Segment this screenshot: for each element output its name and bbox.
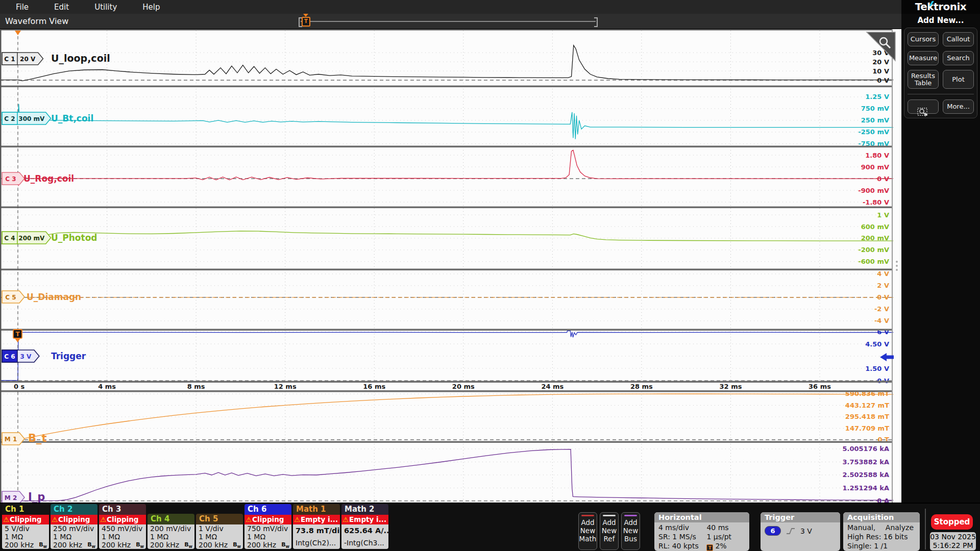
trigger-panel[interactable]: Trigger 6 3 V [761,512,840,551]
acquisition-single: Single: 1 /1 [847,541,916,550]
trace-name-M1[interactable]: B_t [28,432,47,444]
channel-badge-C2[interactable]: C 2300 mV [2,112,51,124]
pane-resize-handle[interactable] [896,261,898,263]
badge-title: Ch 1 [2,504,49,515]
badge-ch4[interactable]: Ch 4200 mV/div1 MΩ200 kHzBw [148,514,194,549]
badge-row: 450 mV/div [99,524,146,533]
badge-ch1[interactable]: Ch 1⚠Clipping5 V/div1 MΩ200 kHzBw [2,504,49,549]
acquisition-mode-row: Manual, Analyze [847,523,916,532]
channel-badge-C6[interactable]: C 63 V [2,350,39,362]
add-new-ref-button[interactable]: Add New Ref [600,512,619,550]
badge-title: Ch 3 [99,504,146,515]
badge-math1[interactable]: Math 1⚠Empty i...73.8 mT/divIntg(Ch2)... [293,504,340,549]
tick-label: 10 V [872,67,889,75]
badge-id-label: C 4 [4,235,15,242]
channel-badge-C1[interactable]: C 120 V [2,53,43,65]
tick-label: 1.251294 kA [843,484,890,492]
waveform-column: Waveform View T 30 V20 V10 V0 V1.25 V750… [0,14,901,503]
run-stop-status-badge[interactable]: Stopped [931,514,973,530]
badge-id-label: M 2 [5,494,17,502]
channel-badge-M1[interactable]: M 1 [2,433,24,445]
tick-label: 0 V [877,377,889,385]
trace-name-C6[interactable]: Trigger [51,351,86,361]
time-label: 4 ms [98,383,116,390]
channel-badge-C4[interactable]: C 4200 mV [2,232,51,244]
trace-name-C4[interactable]: U_Photod [51,233,97,243]
tick-label: 2 V [877,282,889,289]
badge-ch3[interactable]: Ch 3⚠Clipping450 mV/div1 MΩ200 kHzBw [99,504,146,549]
results-table-button[interactable]: Results Table [908,70,939,89]
datetime-display: 03 Nov 2025 5:16:22 PM [930,532,976,550]
acquisition-analyze: Analyze [886,523,914,532]
tick-label: -1.80 V [863,198,889,206]
plot-border-left [0,29,2,503]
pane-resize-handle[interactable] [896,265,898,267]
logo-k-mark: k [927,0,934,13]
tick-label: 0 V [877,77,889,84]
plot-button[interactable]: Plot [943,70,974,89]
menu-utility[interactable]: Utility [82,3,130,12]
warning-icon: ⚠ [3,515,9,523]
channel-badge-C5[interactable]: C 5 [2,291,24,303]
acquisition-panel[interactable]: Acquisition Manual, Analyze High Res: 16… [843,512,920,551]
plot-border-top [0,29,892,31]
badge-title: Ch 4 [148,514,194,524]
position-track[interactable] [301,21,596,22]
trace-name-C2[interactable]: U_Bt,coil [51,113,93,123]
menu-edit[interactable]: Edit [41,3,82,12]
time-label: 12 ms [274,383,297,390]
menu-help[interactable]: Help [130,3,173,12]
trace-name-C3[interactable]: U_Rog,coil [23,173,74,184]
badge-id-label: C 6 [4,353,15,360]
trigger-position-icon[interactable]: T [302,15,311,27]
horizontal-panel[interactable]: Horizontal 4 ms/div 40 ms SR: 1 MS/s 1 µ… [654,512,749,551]
add-new-math-button[interactable]: Add New Math [578,512,597,550]
tick-label: 5.005176 kA [843,445,890,453]
horizontal-position-scrollbar[interactable]: T [299,17,598,26]
badge-row: 200 kHzBw [99,541,146,549]
add-new-group: Cursors Callout Measure Search Results T… [904,28,977,118]
badge-row: 1 MΩ [148,533,194,541]
callout-button[interactable]: Callout [943,32,974,46]
channel-badge-C3[interactable]: C 3 [2,172,24,185]
tick-label: 1.25 V [865,93,889,101]
badge-math2[interactable]: Math 2⚠Empty i...625.64 A/...-Intg(Ch3..… [341,504,388,549]
rising-edge-icon [786,527,796,535]
trace-name-M2[interactable]: I_p [28,491,45,503]
badge-row: 200 kHzBw [2,541,49,549]
tick-label: -4 V [874,317,889,324]
badge-warning: ⚠Clipping [51,515,97,524]
measure-button[interactable]: Measure [908,51,939,65]
badge-title: Ch 2 [51,504,97,515]
badge-ch2[interactable]: Ch 2⚠Clipping250 mV/div1 MΩ200 kHzBw [51,504,97,549]
trace-name-C1[interactable]: U_loop,coil [51,53,110,64]
badge-ch5[interactable]: Ch 51 V/div1 MΩ200 kHzBw [196,514,243,549]
tick-label: 900 mV [861,163,889,171]
acquisition-panel-body: Manual, Analyze High Res: 16 bits Single… [843,522,920,551]
right-bracket-icon[interactable] [594,17,598,27]
tick-label: 443.127 mT [845,402,889,409]
waveform-plot[interactable]: 30 V20 V10 V0 V1.25 V750 mV250 mV-250 mV… [0,29,901,503]
badge-row: Intg(Ch2)... [293,537,340,549]
waveform-view-titlebar: Waveform View T [0,14,901,29]
tick-label: 147.709 mT [845,424,889,432]
tick-label: 295.418 mT [845,413,889,420]
badge-id-label: M 1 [5,436,17,443]
pane-resize-handle[interactable] [896,269,898,271]
trigger-t-glyph: T [302,17,310,27]
channel-badges-row: Ch 1⚠Clipping5 V/div1 MΩ200 kHzBwCh 2⚠Cl… [2,504,388,549]
search-button[interactable]: Search [943,51,974,65]
badge-ch6[interactable]: Ch 6⚠Clipping750 mV/div1 MΩ200 kHzBw [244,504,291,549]
cursors-button[interactable]: Cursors [908,32,939,46]
zoom-select-button[interactable] [908,99,939,114]
badge-warning: ⚠Empty i... [293,515,340,524]
badge-scale-label: 200 mV [18,235,45,242]
badge-title: Ch 6 [244,504,291,515]
more-button[interactable]: More... [943,99,974,114]
channel-badge-M2[interactable]: M 2 [2,491,24,503]
trace-name-C5[interactable]: U_Diamagn [27,292,81,302]
menu-file[interactable]: File [3,3,41,12]
section-divider [0,381,892,383]
tick-label: 750 mV [861,105,889,112]
add-new-bus-button[interactable]: Add New Bus [621,512,640,550]
